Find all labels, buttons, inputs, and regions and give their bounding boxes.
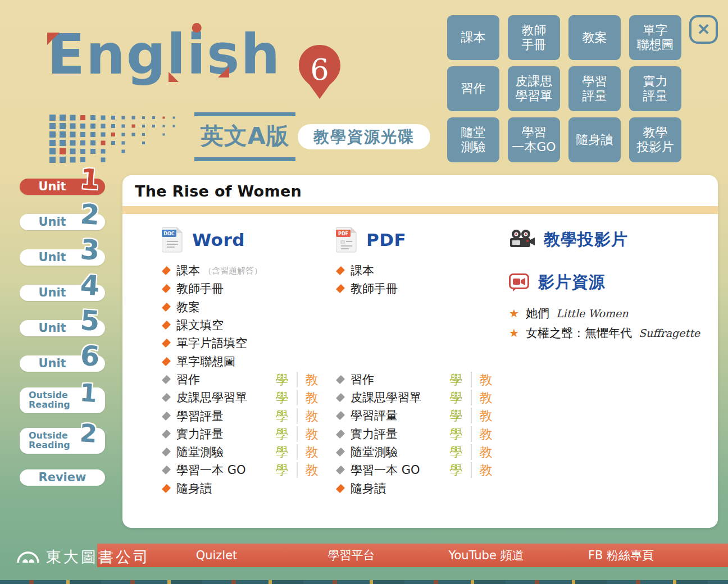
item-label[interactable]: 教案 [176,299,200,315]
footer-link-quizlet[interactable]: Quizlet [153,544,280,567]
item-label[interactable]: 教師手冊 [351,281,398,296]
list-item: 隨身讀 [162,480,326,498]
list-item: 實力評量學教 [336,425,500,442]
learn-link[interactable]: 學 [267,390,297,405]
item-label[interactable]: 教師手冊 [176,281,224,296]
learn-link[interactable]: 學 [267,426,297,442]
sidebar-item-label: Unit [20,320,85,336]
sidebar-item-unit-3[interactable]: Unit 3 [20,249,105,266]
list-item: 學習評量學教 [336,407,500,425]
dot-pattern-decoration [49,115,187,168]
movie-title: 女權之聲：無懼年代 [526,325,632,341]
diamond-bullet [336,266,345,275]
level-number: 6 [299,53,340,86]
sidebar-item-unit-2[interactable]: Unit 2 [20,214,105,230]
teach-link[interactable]: 教 [297,462,326,478]
movie-item[interactable]: ★ 女權之聲：無懼年代 Suffragette [509,325,700,345]
list-item: 實力評量學教 [162,425,326,443]
resource-nav-grid: 課本 教師 手冊 教案 單字 聯想圖 習作 皮課思 學習單 學習 評量 實力 評… [447,15,681,162]
nav-button-pocket-reader[interactable]: 隨身讀 [568,117,621,162]
english-logo: English [47,27,281,82]
sidebar-item-unit-6[interactable]: Unit 6 [20,355,105,372]
nav-button-quiz[interactable]: 隨堂 測驗 [447,117,499,162]
learn-link[interactable]: 學 [267,408,297,424]
diamond-bullet [336,411,345,420]
learn-link[interactable]: 學 [442,408,471,423]
sidebar-item-label: Unit [20,355,85,372]
logo-part: sh [207,22,281,86]
learn-link[interactable]: 學 [442,444,471,460]
list-item: 皮課思學習單學教 [336,389,500,407]
nav-button-study-go[interactable]: 學習 一本GO [508,117,560,162]
list-item: 學習評量學教 [162,407,326,425]
list-item: 課本（含習題解答） [162,262,326,280]
movie-english-title: Suffragette [639,327,700,339]
item-label[interactable]: 課文填空 [176,317,224,333]
diamond-bullet [162,466,171,474]
learn-link[interactable]: 學 [442,390,471,405]
teach-link[interactable]: 教 [297,390,326,405]
teach-link[interactable]: 教 [471,426,500,442]
nav-button-ability-assessment[interactable]: 實力 評量 [629,66,681,111]
learn-link[interactable]: 學 [442,372,471,387]
movie-item[interactable]: ★ 她們 Little Women [509,305,700,325]
item-label[interactable]: 隨身讀 [176,481,212,496]
list-item: 皮課思學習單學教 [162,389,326,407]
learn-link[interactable]: 學 [267,372,297,387]
teach-link[interactable]: 教 [471,408,500,423]
item-label[interactable]: 單字片語填空 [176,335,247,351]
footer-link-facebook[interactable]: FB 粉絲專頁 [558,544,684,567]
item-label[interactable]: 隨身讀 [351,481,386,496]
list-item: 學習一本 GO學教 [336,461,500,479]
diamond-bullet [162,357,171,366]
teach-link[interactable]: 教 [471,462,500,478]
nav-button-word-map[interactable]: 單字 聯想圖 [629,15,681,60]
nav-button-textbook[interactable]: 課本 [447,15,499,60]
doc-file-icon: DOC [162,227,183,253]
pdf-column-header: PDF PDF [336,226,500,254]
star-icon: ★ [509,326,519,340]
footer-link-learning-platform[interactable]: 學習平台 [288,544,415,567]
word-column-header: DOC Word [162,226,326,254]
diamond-bullet [336,484,345,493]
item-label: 實力評量 [176,426,224,442]
nav-button-teaching-slides[interactable]: 教學 投影片 [629,117,681,162]
nav-button-lesson-plan[interactable]: 教案 [568,15,621,60]
diamond-bullet [162,339,171,348]
nav-button-learning-assessment[interactable]: 學習 評量 [568,66,621,111]
nav-button-pirls-worksheet[interactable]: 皮課思 學習單 [508,66,560,111]
footer-link-youtube[interactable]: YouTube 頻道 [423,544,549,567]
teach-link[interactable]: 教 [297,372,326,387]
learn-link[interactable]: 學 [442,462,471,478]
teach-link[interactable]: 教 [297,408,326,424]
publisher-name: 東大圖書公司 [46,547,151,567]
close-button[interactable]: ✕ [689,15,718,44]
sidebar-item-unit-5[interactable]: Unit 5 [20,320,105,336]
learn-link[interactable]: 學 [267,444,297,460]
teach-link[interactable]: 教 [297,426,326,442]
learn-link[interactable]: 學 [442,426,471,442]
sidebar-item-outside-reading-2[interactable]: Outside Reading 2 [20,428,105,454]
item-label: 隨堂測驗 [351,444,398,460]
nav-button-teacher-manual[interactable]: 教師 手冊 [508,15,560,60]
item-label[interactable]: 課本 [351,263,374,279]
movie-english-title: Little Women [556,307,629,320]
sidebar-item-unit-4[interactable]: Unit 4 [20,285,105,301]
video-resources-header: 影片資源 [509,268,700,296]
item-label[interactable]: 課本 [176,263,200,279]
diamond-bullet [162,393,171,402]
svg-text:PDF: PDF [338,231,348,236]
teach-link[interactable]: 教 [471,372,500,387]
item-label: 皮課思學習單 [351,390,421,405]
sidebar-item-outside-reading-1[interactable]: Outside Reading 1 [20,387,105,413]
nav-button-workbook[interactable]: 習作 [447,66,499,111]
learn-link[interactable]: 學 [267,462,297,478]
teach-link[interactable]: 教 [471,444,500,460]
sidebar-item-review[interactable]: Review [20,469,105,486]
sidebar-item-unit-1[interactable]: Unit 1 [20,179,105,195]
teach-link[interactable]: 教 [297,444,326,460]
diamond-bullet [162,448,171,457]
teach-link[interactable]: 教 [471,390,500,405]
slides-header[interactable]: 教學投影片 [509,226,700,254]
item-label[interactable]: 單字聯想圖 [176,354,235,369]
